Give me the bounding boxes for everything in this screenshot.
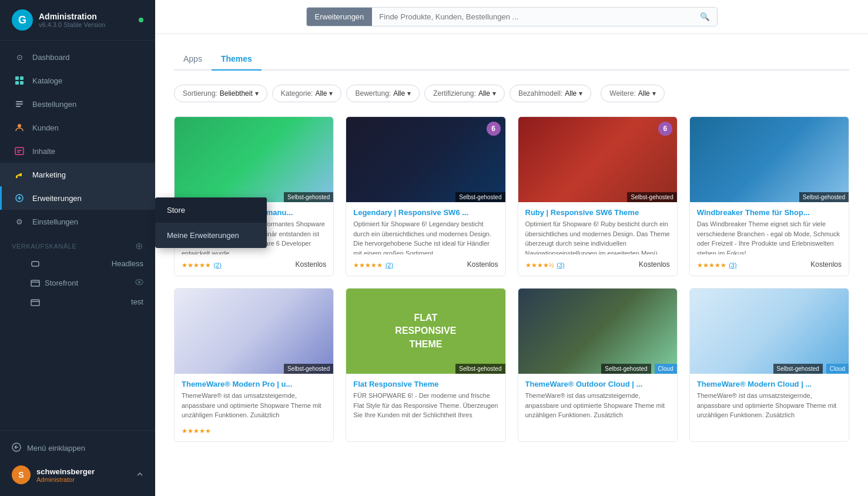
theme-desc: FÜR SHOPWARE 6! - Der moderne und frisch… [353, 391, 498, 420]
svg-rect-11 [16, 176, 18, 178]
theme-card[interactable]: Selbst-gehosted Cloud ThemeWare® Modern … [689, 288, 849, 442]
svg-rect-6 [16, 106, 21, 107]
stars-icon: ★★★★★ [182, 262, 211, 269]
theme-image: 6 Selbst-gehosted [518, 117, 677, 202]
sidebar-item-test[interactable]: test [0, 293, 155, 312]
sidebar-item-einstellungen[interactable]: ⚙ Einstellungen [0, 210, 155, 233]
theme-image: Selbst-gehosted [690, 117, 849, 202]
sidebar-item-marketing[interactable]: Marketing [0, 163, 155, 186]
theme-name: Windbreaker Theme für Shop... [697, 208, 842, 217]
theme-image: Selbst-gehosted Cloud [518, 289, 677, 374]
theme-desc: ThemeWare® ist das umsatzsteigernde, anp… [697, 391, 842, 420]
search-tag: Erweiterungen [307, 8, 373, 26]
sidebar-item-bestellungen[interactable]: Bestellungen [0, 92, 155, 116]
selfhosted-badge: Selbst-gehosted [455, 364, 505, 374]
stars-icon: ★★★★½ [525, 262, 554, 269]
filter-zertifizierung[interactable]: Zertifizierung: Alle ▾ [424, 85, 505, 102]
bestellungen-icon [14, 98, 25, 110]
einstellungen-icon: ⚙ [14, 216, 25, 227]
theme-rating: ★★★★★ (2) [353, 259, 393, 270]
selfhosted-badge: Selbst-gehosted [284, 364, 333, 374]
collapse-menu-button[interactable]: Menü einklappen [12, 438, 143, 458]
theme-badges: Selbst-gehosted [455, 364, 505, 374]
theme-name: Ruby | Responsive SW6 Theme [525, 208, 670, 217]
sidebar-item-label: Marketing [32, 170, 66, 179]
theme-card[interactable]: 6 Selbst-gehosted Legendary | Responsive… [346, 116, 505, 276]
theme-info: Ruby | Responsive SW6 Theme Optimiert fü… [518, 202, 677, 276]
filter-kategorie[interactable]: Kategorie: Alle ▾ [272, 85, 342, 102]
theme-info: ThemeWare® Modern Cloud | ... ThemeWare®… [690, 374, 849, 431]
search-button[interactable]: 🔍 [693, 8, 717, 26]
stars-icon: ★★★★★ [182, 427, 211, 434]
theme-badges: Selbst-gehosted [284, 192, 333, 202]
tab-apps[interactable]: Apps [174, 48, 212, 71]
svg-rect-2 [15, 81, 19, 85]
rating-count[interactable]: (3) [729, 262, 736, 269]
marketing-icon [14, 169, 25, 180]
flyout-item-store[interactable]: Store [155, 197, 267, 223]
content-area: Apps Themes Sortierung: Beliebtheit ▾ Ka… [155, 34, 868, 496]
chevron-down-icon: ▾ [492, 89, 496, 98]
theme-desc: Optimiert für Shopware 6! Ruby besticht … [525, 219, 670, 254]
svg-rect-13 [32, 262, 39, 266]
theme-card[interactable]: Selbst-gehosted Manu Theme by digital.ma… [174, 116, 334, 276]
sidebar-item-label: Kataloge [32, 76, 62, 85]
sidebar-item-label: Bestellungen [32, 100, 76, 109]
online-indicator [139, 18, 143, 22]
theme-card[interactable]: Selbst-gehosted Windbreaker Theme für Sh… [689, 116, 849, 276]
theme-price: Kostenlos [296, 260, 327, 269]
sidebar-item-label: Dashboard [32, 53, 70, 62]
filter-bewertung[interactable]: Bewertung: Alle ▾ [346, 85, 420, 102]
svg-rect-3 [20, 81, 24, 85]
sidebar-item-inhalte[interactable]: Inhalte [0, 139, 155, 163]
theme-card[interactable]: Selbst-gehosted Cloud ThemeWare® Outdoor… [518, 288, 678, 442]
theme-grid: Selbst-gehosted Manu Theme by digital.ma… [174, 116, 849, 442]
sidebar-item-storefront[interactable]: Storefront [0, 273, 155, 293]
sidebar-item-dashboard[interactable]: ⊙ Dashboard [0, 45, 155, 69]
user-profile[interactable]: S schweinsberger Administrator [12, 461, 143, 489]
search-input[interactable] [372, 8, 692, 26]
app-version: v6.4.3.0 Stable Version [39, 21, 105, 28]
theme-image: 6 Selbst-gehosted [346, 117, 505, 202]
flyout-item-meine-erweiterungen[interactable]: Meine Erweiterungen [155, 223, 267, 248]
rating-count[interactable]: (2) [386, 262, 393, 269]
theme-footer: ★★★★★ [182, 425, 326, 435]
theme-footer: ★★★★½ (3) Kostenlos [525, 259, 670, 270]
tab-themes[interactable]: Themes [212, 48, 262, 71]
theme-badges: Selbst-gehosted Cloud [601, 364, 676, 374]
theme-desc: Optimiert für Shopware 6! Legendary best… [353, 219, 498, 254]
theme-card[interactable]: Selbst-gehosted ThemeWare® Modern Pro | … [174, 288, 334, 442]
sidebar-item-kataloge[interactable]: Kataloge [0, 69, 155, 92]
theme-card[interactable]: 6 Selbst-gehosted Ruby | Responsive SW6 … [518, 116, 678, 276]
sidebar-item-kunden[interactable]: Kunden [0, 116, 155, 139]
theme-image: FLATRESPONSIVETHEME Selbst-gehosted [346, 289, 505, 374]
user-info: schweinsberger Administrator [36, 467, 95, 483]
sales-channels-section: Verkaufskanäle ⊕ [0, 233, 155, 254]
app-logo: G [12, 9, 33, 31]
sidebar-item-erweiterungen[interactable]: Erweiterungen [0, 186, 155, 210]
svg-rect-4 [16, 101, 23, 102]
eye-icon[interactable] [135, 278, 143, 288]
svg-rect-9 [17, 150, 22, 151]
filter-bezahlmodell[interactable]: Bezahlmodell: Alle ▾ [510, 85, 591, 102]
avatar: S [12, 465, 31, 484]
svg-rect-10 [17, 152, 20, 153]
rating-count[interactable]: (3) [557, 262, 564, 269]
theme-card[interactable]: FLATRESPONSIVETHEME Selbst-gehosted Flat… [346, 288, 505, 442]
add-sales-channel-icon[interactable]: ⊕ [135, 240, 143, 252]
version-badge: 6 [487, 122, 501, 136]
theme-image: Selbst-gehosted [175, 289, 333, 374]
filter-sort[interactable]: Sortierung: Beliebtheit ▾ [174, 85, 267, 102]
selfhosted-badge: Selbst-gehosted [284, 192, 333, 202]
rating-count[interactable]: (2) [213, 262, 221, 269]
user-role: Administrator [36, 476, 95, 483]
app-info: Administration v6.4.3.0 Stable Version [39, 12, 105, 28]
headless-icon [31, 259, 45, 269]
sidebar-item-label: Kunden [32, 123, 59, 132]
theme-badges: Selbst-gehosted [455, 192, 505, 202]
svg-rect-1 [20, 76, 24, 80]
theme-price: Kostenlos [467, 260, 498, 269]
erweiterungen-icon [14, 192, 25, 204]
filter-weitere[interactable]: Weitere: Alle ▾ [601, 85, 664, 102]
sidebar-item-headless[interactable]: Headless [0, 254, 155, 273]
